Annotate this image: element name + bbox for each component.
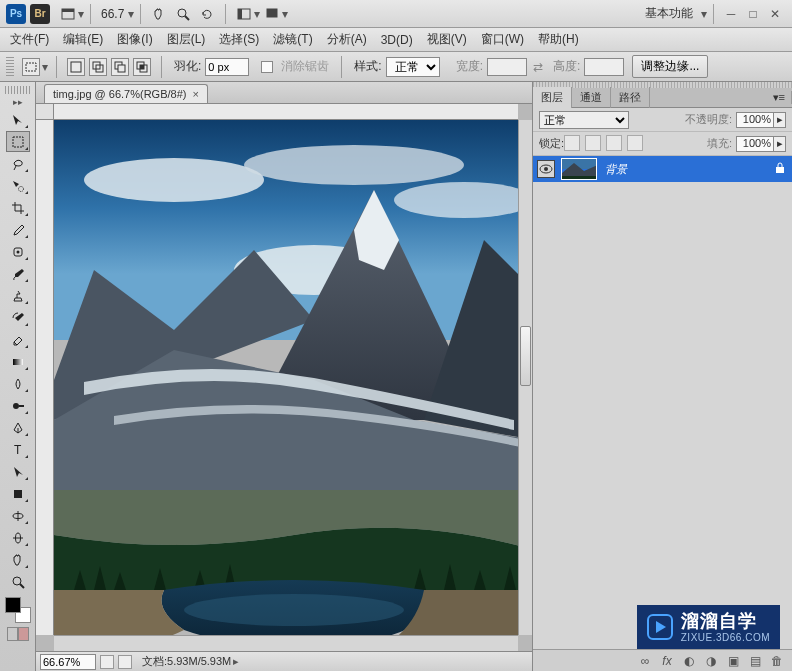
arrange-documents-icon[interactable] — [234, 4, 254, 24]
horizontal-ruler[interactable] — [54, 104, 518, 120]
visibility-toggle-icon[interactable] — [537, 160, 555, 178]
close-button[interactable]: ✕ — [766, 6, 784, 22]
type-tool-icon[interactable]: T — [6, 439, 30, 460]
scroll-thumb[interactable] — [520, 326, 531, 386]
path-select-tool-icon[interactable] — [6, 461, 30, 482]
delete-layer-icon[interactable]: 🗑 — [768, 653, 786, 669]
dodge-tool-icon[interactable] — [6, 395, 30, 416]
blend-mode-select[interactable]: 正常 — [539, 111, 629, 129]
tab-layers[interactable]: 图层 — [533, 87, 572, 108]
brush-tool-icon[interactable] — [6, 263, 30, 284]
zoom-tool-icon[interactable] — [173, 4, 193, 24]
layer-group-icon[interactable]: ▣ — [724, 653, 742, 669]
lock-pixels-icon[interactable] — [585, 135, 601, 151]
menu-analysis[interactable]: 分析(A) — [327, 31, 367, 48]
layer-mask-icon[interactable]: ◐ — [680, 653, 698, 669]
menu-select[interactable]: 选择(S) — [219, 31, 259, 48]
status-preview-icon[interactable] — [100, 655, 114, 669]
layer-name-label[interactable]: 背景 — [605, 162, 627, 177]
quick-mask-toggle[interactable] — [7, 627, 29, 641]
minimize-button[interactable]: ─ — [722, 6, 740, 22]
vertical-scrollbar[interactable] — [518, 120, 532, 635]
status-docinfo[interactable]: 文档:5.93M/5.93M — [142, 654, 231, 669]
vertical-ruler[interactable] — [36, 120, 54, 635]
menu-file[interactable]: 文件(F) — [10, 31, 49, 48]
menu-window[interactable]: 窗口(W) — [481, 31, 524, 48]
menu-3d[interactable]: 3D(D) — [381, 33, 413, 47]
lock-transparency-icon[interactable] — [564, 135, 580, 151]
current-tool-preset-icon[interactable] — [22, 58, 40, 76]
menu-filter[interactable]: 滤镜(T) — [273, 31, 312, 48]
canvas[interactable] — [54, 120, 518, 635]
status-zoom-input[interactable] — [40, 654, 96, 670]
eraser-tool-icon[interactable] — [6, 329, 30, 350]
antialias-checkbox[interactable] — [261, 61, 273, 73]
lasso-tool-icon[interactable] — [6, 153, 30, 174]
tools-grip-icon[interactable] — [5, 86, 31, 94]
history-brush-tool-icon[interactable] — [6, 307, 30, 328]
zoom-level-label[interactable]: 66.7 — [101, 7, 124, 21]
panel-menu-icon[interactable]: ▾≡ — [767, 91, 792, 104]
crop-tool-icon[interactable] — [6, 197, 30, 218]
maximize-button[interactable]: □ — [744, 6, 762, 22]
clone-stamp-tool-icon[interactable] — [6, 285, 30, 306]
layer-list[interactable]: 背景 — [533, 156, 792, 649]
workspace-switcher[interactable]: 基本功能 — [645, 5, 693, 22]
horizontal-scrollbar[interactable] — [54, 635, 518, 651]
status-preview2-icon[interactable] — [118, 655, 132, 669]
gradient-tool-icon[interactable] — [6, 351, 30, 372]
bridge-logo-icon[interactable]: Br — [30, 4, 50, 24]
shape-tool-icon[interactable] — [6, 483, 30, 504]
close-tab-icon[interactable]: × — [192, 88, 198, 100]
screen-mode-icon[interactable] — [262, 4, 282, 24]
ruler-corner[interactable] — [36, 104, 54, 120]
lock-position-icon[interactable] — [606, 135, 622, 151]
lock-all-icon[interactable] — [627, 135, 643, 151]
document-tab[interactable]: timg.jpg @ 66.7%(RGB/8#) × — [44, 84, 208, 103]
menu-image[interactable]: 图像(I) — [117, 31, 152, 48]
blur-tool-icon[interactable] — [6, 373, 30, 394]
style-select[interactable]: 正常 — [386, 57, 440, 77]
opacity-stepper-icon[interactable]: ▸ — [774, 112, 786, 128]
fill-stepper-icon[interactable]: ▸ — [774, 136, 786, 152]
fill-value[interactable]: 100% — [736, 136, 774, 152]
move-tool-icon[interactable] — [6, 109, 30, 130]
status-menu-icon[interactable]: ▸ — [233, 655, 239, 668]
tab-paths[interactable]: 路径 — [611, 87, 650, 108]
menu-edit[interactable]: 编辑(E) — [63, 31, 103, 48]
feather-input[interactable] — [205, 58, 249, 76]
menu-view[interactable]: 视图(V) — [427, 31, 467, 48]
3d-camera-tool-icon[interactable] — [6, 527, 30, 548]
eyedropper-tool-icon[interactable] — [6, 219, 30, 240]
zoom-tool2-icon[interactable] — [6, 571, 30, 592]
photoshop-logo-icon[interactable]: Ps — [6, 4, 26, 24]
new-layer-icon[interactable]: ▤ — [746, 653, 764, 669]
rotate-view-icon[interactable] — [197, 4, 217, 24]
menu-layer[interactable]: 图层(L) — [167, 31, 206, 48]
hand-tool-icon[interactable] — [149, 4, 169, 24]
layer-fx-icon[interactable]: fx — [658, 653, 676, 669]
options-grip-icon[interactable] — [6, 57, 14, 77]
tools-collapse-icon[interactable]: ▸▸ — [13, 97, 23, 107]
foreground-color-swatch[interactable] — [5, 597, 21, 613]
pen-tool-icon[interactable] — [6, 417, 30, 438]
3d-rotate-tool-icon[interactable] — [6, 505, 30, 526]
menu-help[interactable]: 帮助(H) — [538, 31, 579, 48]
layer-row-background[interactable]: 背景 — [533, 156, 792, 182]
layer-thumbnail[interactable] — [561, 158, 597, 180]
healing-brush-tool-icon[interactable] — [6, 241, 30, 262]
selection-subtract-icon[interactable] — [111, 58, 129, 76]
refine-edge-button[interactable]: 调整边缘... — [632, 55, 708, 78]
selection-new-icon[interactable] — [67, 58, 85, 76]
tab-channels[interactable]: 通道 — [572, 87, 611, 108]
hand-tool2-icon[interactable] — [6, 549, 30, 570]
marquee-tool-icon[interactable] — [6, 131, 30, 152]
quick-select-tool-icon[interactable] — [6, 175, 30, 196]
link-layers-icon[interactable]: ∞ — [636, 653, 654, 669]
selection-add-icon[interactable] — [89, 58, 107, 76]
color-swatches[interactable] — [5, 597, 31, 623]
selection-intersect-icon[interactable] — [133, 58, 151, 76]
adjustment-layer-icon[interactable]: ◑ — [702, 653, 720, 669]
opacity-value[interactable]: 100% — [736, 112, 774, 128]
mini-bridge-icon[interactable] — [58, 4, 78, 24]
